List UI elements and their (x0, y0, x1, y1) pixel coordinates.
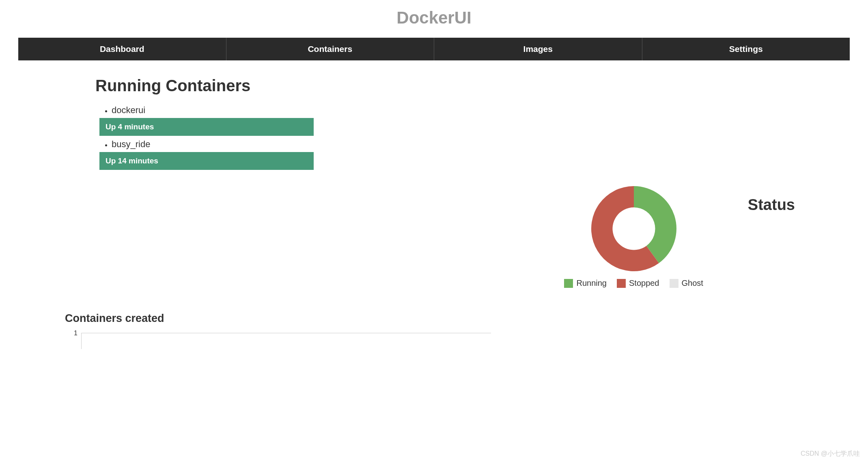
nav-containers[interactable]: Containers (226, 38, 435, 60)
nav-images[interactable]: Images (434, 38, 642, 60)
y-axis-tick: 1 (74, 330, 78, 337)
legend-stopped: Stopped (617, 279, 659, 288)
container-name[interactable]: busy_ride (112, 139, 327, 150)
container-status-bar: Up 4 minutes (99, 118, 314, 136)
running-containers-title: Running Containers (95, 77, 803, 95)
container-item: dockerui Up 4 minutes (112, 105, 327, 136)
legend-color-ghost (670, 279, 678, 288)
legend-color-running (564, 279, 573, 288)
legend-running: Running (564, 279, 607, 288)
status-legend: Running Stopped Ghost (564, 279, 703, 288)
container-item: busy_ride Up 14 minutes (112, 139, 327, 170)
legend-label-running: Running (576, 279, 607, 288)
legend-ghost: Ghost (670, 279, 703, 288)
containers-created-title: Containers created (65, 312, 803, 325)
nav-dashboard[interactable]: Dashboard (18, 38, 226, 60)
legend-label-ghost: Ghost (682, 279, 703, 288)
chart-axis (81, 333, 491, 349)
nav-bar: Dashboard Containers Images Settings (18, 38, 850, 60)
created-chart-area: 1 (81, 333, 803, 353)
legend-color-stopped (617, 279, 626, 288)
main-content: Running Containers dockerui Up 4 minutes… (0, 60, 868, 353)
status-section: Running Stopped Ghost Status (65, 186, 803, 288)
nav-settings[interactable]: Settings (642, 38, 850, 60)
container-status-bar: Up 14 minutes (99, 152, 314, 170)
status-donut-chart (591, 186, 676, 271)
legend-label-stopped: Stopped (629, 279, 659, 288)
containers-created-section: Containers created 1 (65, 312, 803, 353)
donut-container: Running Stopped Ghost (564, 186, 703, 288)
status-title: Status (748, 196, 795, 214)
container-list: dockerui Up 4 minutes busy_ride Up 14 mi… (112, 105, 327, 170)
container-name[interactable]: dockerui (112, 105, 327, 116)
app-title: DockerUI (0, 0, 868, 38)
